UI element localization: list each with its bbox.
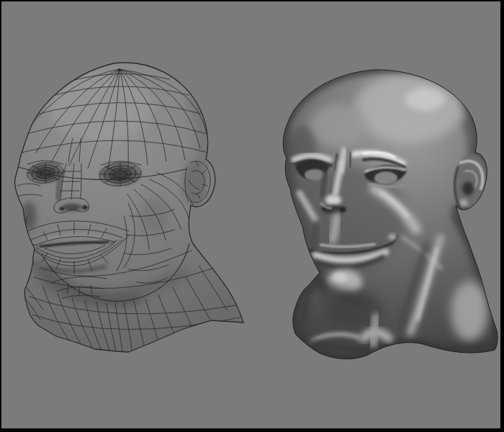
render-viewport[interactable] xyxy=(0,0,504,432)
frame-top xyxy=(0,0,504,1)
viewport-canvas[interactable] xyxy=(0,0,504,432)
frame-left xyxy=(0,0,1,432)
frame-bottom xyxy=(0,428,504,432)
frame-right xyxy=(500,0,504,432)
